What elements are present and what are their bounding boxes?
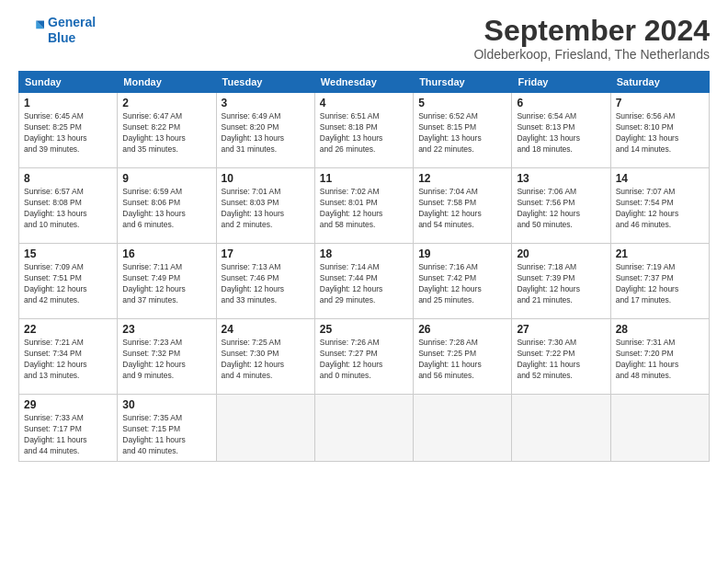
- calendar-header-row: Sunday Monday Tuesday Wednesday Thursday…: [19, 72, 710, 93]
- day-info: Sunrise: 7:30 AM Sunset: 7:22 PM Dayligh…: [517, 338, 605, 382]
- col-tuesday: Tuesday: [216, 72, 314, 93]
- table-row: 2Sunrise: 6:47 AM Sunset: 8:22 PM Daylig…: [118, 93, 216, 168]
- day-number: 1: [24, 97, 112, 109]
- col-sunday: Sunday: [19, 72, 118, 93]
- day-number: 25: [320, 323, 408, 336]
- day-number: 13: [517, 172, 605, 185]
- table-row: 30Sunrise: 7:35 AM Sunset: 7:15 PM Dayli…: [118, 395, 216, 462]
- day-info: Sunrise: 6:51 AM Sunset: 8:18 PM Dayligh…: [320, 111, 408, 155]
- table-row: 3Sunrise: 6:49 AM Sunset: 8:20 PM Daylig…: [216, 93, 314, 168]
- table-row: 24Sunrise: 7:25 AM Sunset: 7:30 PM Dayli…: [216, 319, 314, 395]
- table-row: 19Sunrise: 7:16 AM Sunset: 7:42 PM Dayli…: [414, 244, 512, 319]
- day-info: Sunrise: 7:35 AM Sunset: 7:15 PM Dayligh…: [122, 413, 210, 457]
- table-row: 12Sunrise: 7:04 AM Sunset: 7:58 PM Dayli…: [414, 168, 512, 244]
- day-info: Sunrise: 7:16 AM Sunset: 7:42 PM Dayligh…: [418, 262, 506, 306]
- day-info: Sunrise: 7:23 AM Sunset: 7:32 PM Dayligh…: [122, 338, 210, 382]
- day-number: 12: [418, 172, 506, 185]
- table-row: 29Sunrise: 7:33 AM Sunset: 7:17 PM Dayli…: [19, 395, 118, 462]
- day-number: 14: [616, 172, 704, 185]
- day-info: Sunrise: 7:26 AM Sunset: 7:27 PM Dayligh…: [320, 338, 408, 382]
- table-row: [314, 395, 413, 462]
- table-row: 27Sunrise: 7:30 AM Sunset: 7:22 PM Dayli…: [512, 319, 610, 395]
- logo-line2: Blue: [48, 30, 75, 45]
- table-row: 8Sunrise: 6:57 AM Sunset: 8:08 PM Daylig…: [19, 168, 118, 244]
- title-block: September 2024 Oldeberkoop, Friesland, T…: [473, 15, 710, 62]
- day-number: 7: [616, 97, 704, 109]
- day-info: Sunrise: 6:45 AM Sunset: 8:25 PM Dayligh…: [24, 111, 112, 155]
- table-row: 5Sunrise: 6:52 AM Sunset: 8:15 PM Daylig…: [414, 93, 512, 168]
- table-row: 22Sunrise: 7:21 AM Sunset: 7:34 PM Dayli…: [19, 319, 118, 395]
- col-monday: Monday: [118, 72, 216, 93]
- day-info: Sunrise: 7:28 AM Sunset: 7:25 PM Dayligh…: [418, 338, 506, 382]
- day-info: Sunrise: 7:01 AM Sunset: 8:03 PM Dayligh…: [222, 187, 310, 231]
- day-number: 8: [24, 172, 112, 185]
- day-number: 26: [418, 323, 506, 336]
- header: General Blue September 2024 Oldeberkoop,…: [18, 15, 710, 62]
- day-number: 24: [222, 323, 310, 336]
- day-number: 22: [24, 323, 112, 336]
- day-info: Sunrise: 6:49 AM Sunset: 8:20 PM Dayligh…: [222, 111, 310, 155]
- day-info: Sunrise: 7:21 AM Sunset: 7:34 PM Dayligh…: [24, 338, 112, 382]
- day-info: Sunrise: 7:11 AM Sunset: 7:49 PM Dayligh…: [122, 262, 210, 306]
- day-info: Sunrise: 6:59 AM Sunset: 8:06 PM Dayligh…: [122, 187, 210, 231]
- table-row: 14Sunrise: 7:07 AM Sunset: 7:54 PM Dayli…: [610, 168, 709, 244]
- logo-icon: [18, 17, 44, 43]
- day-number: 16: [122, 247, 210, 260]
- table-row: 4Sunrise: 6:51 AM Sunset: 8:18 PM Daylig…: [314, 93, 413, 168]
- col-thursday: Thursday: [414, 72, 512, 93]
- day-info: Sunrise: 7:06 AM Sunset: 7:56 PM Dayligh…: [517, 187, 605, 231]
- day-info: Sunrise: 7:04 AM Sunset: 7:58 PM Dayligh…: [418, 187, 506, 231]
- day-number: 3: [222, 97, 310, 109]
- subtitle: Oldeberkoop, Friesland, The Netherlands: [473, 47, 710, 62]
- day-info: Sunrise: 7:33 AM Sunset: 7:17 PM Dayligh…: [24, 413, 112, 457]
- table-row: 16Sunrise: 7:11 AM Sunset: 7:49 PM Dayli…: [118, 244, 216, 319]
- day-info: Sunrise: 7:31 AM Sunset: 7:20 PM Dayligh…: [616, 338, 704, 382]
- day-number: 18: [320, 247, 408, 260]
- table-row: 17Sunrise: 7:13 AM Sunset: 7:46 PM Dayli…: [216, 244, 314, 319]
- day-number: 23: [122, 323, 210, 336]
- table-row: 7Sunrise: 6:56 AM Sunset: 8:10 PM Daylig…: [610, 93, 709, 168]
- day-info: Sunrise: 7:19 AM Sunset: 7:37 PM Dayligh…: [616, 262, 704, 306]
- logo: General Blue: [18, 15, 96, 46]
- day-number: 17: [222, 247, 310, 260]
- col-wednesday: Wednesday: [314, 72, 413, 93]
- table-row: 18Sunrise: 7:14 AM Sunset: 7:44 PM Dayli…: [314, 244, 413, 319]
- day-number: 15: [24, 247, 112, 260]
- table-row: [414, 395, 512, 462]
- table-row: [610, 395, 709, 462]
- table-row: 1Sunrise: 6:45 AM Sunset: 8:25 PM Daylig…: [19, 93, 118, 168]
- logo-text: General Blue: [48, 15, 96, 46]
- table-row: 20Sunrise: 7:18 AM Sunset: 7:39 PM Dayli…: [512, 244, 610, 319]
- col-saturday: Saturday: [610, 72, 709, 93]
- table-row: 10Sunrise: 7:01 AM Sunset: 8:03 PM Dayli…: [216, 168, 314, 244]
- table-row: 21Sunrise: 7:19 AM Sunset: 7:37 PM Dayli…: [610, 244, 709, 319]
- table-row: 25Sunrise: 7:26 AM Sunset: 7:27 PM Dayli…: [314, 319, 413, 395]
- day-info: Sunrise: 6:54 AM Sunset: 8:13 PM Dayligh…: [517, 111, 605, 155]
- day-info: Sunrise: 6:52 AM Sunset: 8:15 PM Dayligh…: [418, 111, 506, 155]
- table-row: 23Sunrise: 7:23 AM Sunset: 7:32 PM Dayli…: [118, 319, 216, 395]
- day-number: 5: [418, 97, 506, 109]
- day-number: 4: [320, 97, 408, 109]
- day-number: 29: [24, 398, 112, 411]
- day-number: 9: [122, 172, 210, 185]
- day-info: Sunrise: 7:25 AM Sunset: 7:30 PM Dayligh…: [222, 338, 310, 382]
- day-info: Sunrise: 7:13 AM Sunset: 7:46 PM Dayligh…: [222, 262, 310, 306]
- table-row: [216, 395, 314, 462]
- logo-line1: General: [48, 15, 96, 29]
- day-number: 6: [517, 97, 605, 109]
- calendar: Sunday Monday Tuesday Wednesday Thursday…: [18, 71, 710, 462]
- day-info: Sunrise: 6:56 AM Sunset: 8:10 PM Dayligh…: [616, 111, 704, 155]
- day-info: Sunrise: 7:02 AM Sunset: 8:01 PM Dayligh…: [320, 187, 408, 231]
- table-row: 11Sunrise: 7:02 AM Sunset: 8:01 PM Dayli…: [314, 168, 413, 244]
- table-row: 15Sunrise: 7:09 AM Sunset: 7:51 PM Dayli…: [19, 244, 118, 319]
- day-info: Sunrise: 6:47 AM Sunset: 8:22 PM Dayligh…: [122, 111, 210, 155]
- day-number: 30: [122, 398, 210, 411]
- day-number: 19: [418, 247, 506, 260]
- table-row: 13Sunrise: 7:06 AM Sunset: 7:56 PM Dayli…: [512, 168, 610, 244]
- day-number: 20: [517, 247, 605, 260]
- table-row: [512, 395, 610, 462]
- table-row: 9Sunrise: 6:59 AM Sunset: 8:06 PM Daylig…: [118, 168, 216, 244]
- day-info: Sunrise: 7:18 AM Sunset: 7:39 PM Dayligh…: [517, 262, 605, 306]
- day-number: 2: [122, 97, 210, 109]
- page: General Blue September 2024 Oldeberkoop,…: [0, 0, 728, 563]
